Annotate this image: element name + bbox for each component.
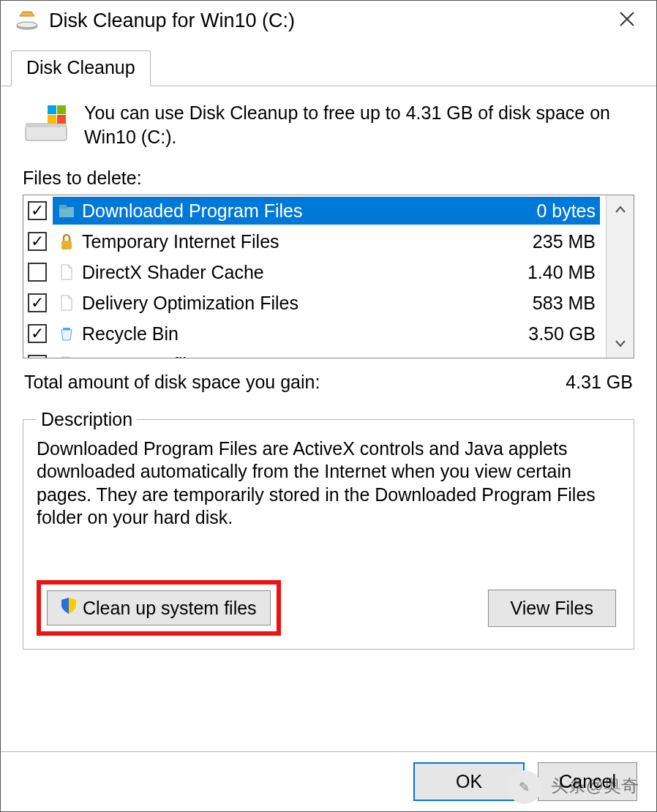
svg-rect-10 (61, 241, 72, 249)
window-title: Disk Cleanup for Win10 (C:) (49, 10, 608, 32)
list-item[interactable]: ✓Recycle Bin3.50 GB (23, 318, 606, 349)
view-files-button[interactable]: View Files (488, 590, 616, 627)
list-item[interactable]: ✓Downloaded Program Files0 bytes (23, 195, 606, 226)
list-item[interactable]: ✓Temporary files1.58 MB (23, 349, 606, 358)
tab-disk-cleanup[interactable]: Disk Cleanup (11, 50, 151, 86)
close-button[interactable] (608, 8, 646, 33)
files-listbox: ✓Downloaded Program Files0 bytes✓Tempora… (23, 195, 634, 358)
chevron-up-icon (615, 206, 626, 213)
recycle-icon (57, 324, 76, 343)
scroll-track[interactable] (607, 223, 634, 330)
checkbox[interactable]: ✓ (28, 201, 47, 220)
intro-text: You can use Disk Cleanup to free up to 4… (84, 101, 634, 149)
cancel-label: Cancel (559, 771, 616, 792)
item-size: 3.50 GB (515, 323, 596, 345)
title-bar: Disk Cleanup for Win10 (C:) (1, 1, 656, 40)
highlight-box: Clean up system files (37, 580, 281, 636)
item-size: 1.40 MB (515, 262, 596, 283)
totals-label: Total amount of disk space you gain: (24, 372, 566, 393)
checkbox[interactable]: ✓ (28, 232, 47, 251)
cancel-button[interactable]: Cancel (538, 762, 637, 801)
description-group: Description Downloaded Program Files are… (23, 409, 634, 650)
file-icon (57, 355, 76, 358)
scroll-up-button[interactable] (607, 195, 634, 223)
svg-rect-11 (63, 328, 70, 330)
folder-icon (57, 201, 76, 220)
checkbox[interactable]: ✓ (28, 324, 47, 343)
checkbox[interactable]: ✓ (28, 293, 47, 312)
files-list[interactable]: ✓Downloaded Program Files0 bytes✓Tempora… (23, 195, 606, 358)
cleanup-system-files-button[interactable]: Clean up system files (47, 590, 271, 625)
svg-rect-9 (59, 205, 67, 208)
item-size: 0 bytes (515, 200, 596, 222)
svg-rect-4 (48, 105, 56, 114)
list-item[interactable]: ✓Delivery Optimization Files583 MB (23, 287, 606, 318)
svg-rect-7 (57, 115, 66, 124)
totals-row: Total amount of disk space you gain: 4.3… (24, 372, 633, 393)
cleanup-button-label: Clean up system files (83, 598, 257, 619)
close-icon (618, 10, 636, 28)
file-icon (57, 263, 76, 282)
lock-icon (57, 232, 76, 251)
description-legend: Description (37, 409, 137, 430)
tab-panel: You can use Disk Cleanup to free up to 4… (1, 86, 656, 751)
item-size: 583 MB (515, 293, 596, 314)
dialog-action-bar: OK Cancel ✎ 头条@奥奇 (1, 751, 656, 811)
svg-rect-2 (26, 126, 67, 140)
intro-block: You can use Disk Cleanup to free up to 4… (23, 101, 634, 149)
svg-rect-6 (48, 115, 56, 124)
item-name: DirectX Shader Cache (82, 262, 509, 283)
list-item[interactable]: ✓Temporary Internet Files235 MB (23, 226, 606, 257)
svg-rect-8 (59, 207, 74, 217)
svg-rect-5 (57, 105, 66, 114)
dialog-window: Disk Cleanup for Win10 (C:) Disk Cleanup… (0, 0, 657, 812)
scroll-down-button[interactable] (607, 330, 634, 358)
checkbox[interactable]: ✓ (28, 355, 47, 358)
item-size: 1.58 MB (515, 354, 596, 358)
item-name: Delivery Optimization Files (82, 293, 509, 314)
item-name: Downloaded Program Files (82, 200, 509, 222)
item-size: 235 MB (515, 231, 596, 252)
file-icon (57, 293, 76, 312)
description-text: Downloaded Program Files are ActiveX con… (37, 437, 620, 529)
totals-value: 4.31 GB (566, 372, 633, 393)
checkbox[interactable] (28, 263, 47, 282)
item-name: Temporary files (82, 354, 509, 358)
ok-button[interactable]: OK (413, 762, 525, 801)
description-actions: Clean up system files View Files (37, 580, 620, 636)
scrollbar[interactable] (606, 195, 634, 358)
item-name: Recycle Bin (82, 323, 509, 345)
ok-label: OK (456, 771, 482, 792)
view-files-label: View Files (511, 598, 593, 619)
list-item[interactable]: DirectX Shader Cache1.40 MB (23, 257, 606, 287)
tab-strip: Disk Cleanup (1, 40, 656, 86)
item-name: Temporary Internet Files (82, 231, 509, 252)
svg-point-1 (17, 22, 37, 28)
shield-icon (61, 597, 77, 619)
app-icon (15, 9, 39, 32)
files-to-delete-label: Files to delete: (23, 168, 634, 189)
drive-icon (23, 101, 70, 148)
chevron-down-icon (615, 340, 626, 347)
